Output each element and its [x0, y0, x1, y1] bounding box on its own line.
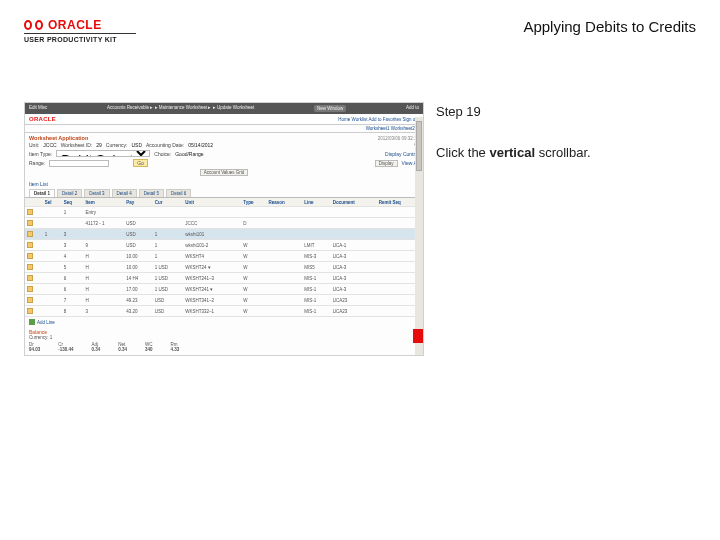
row-icon[interactable] — [27, 231, 33, 237]
plus-icon — [29, 319, 35, 325]
app-screenshot: Edit Misc Accounts Receivable ▸ ▸ Mainte… — [24, 102, 424, 356]
currency-value: USD — [131, 142, 142, 148]
choice-label: Choice: — [154, 151, 171, 157]
row-icon[interactable] — [27, 242, 33, 248]
page-title: Applying Debits to Credits — [523, 18, 696, 35]
col-header: Pay — [124, 198, 152, 207]
detail-tab[interactable]: Detail 2 — [57, 189, 82, 197]
detail-tab[interactable]: Detail 3 — [84, 189, 109, 197]
col-header — [25, 198, 43, 207]
row-icon[interactable] — [27, 308, 33, 314]
instruction-panel: Step 19 Click the vertical scrollbar. — [436, 102, 696, 356]
row-icon[interactable] — [27, 275, 33, 281]
item-list-heading: Item List — [29, 181, 48, 187]
worksheet-id-value: 29 — [96, 142, 102, 148]
add-line-button[interactable]: Add Line — [25, 317, 423, 327]
balance-cell: Cr-130.44 — [58, 342, 73, 352]
table-row[interactable]: 5H10.001 USDWKSHT24 ▾WMIS5UCA-3 — [25, 262, 423, 273]
instruction-text: Click the vertical scrollbar. — [436, 143, 696, 164]
table-row[interactable]: 7H49.23USDWKSHT341–2WMIS-1UCA23 — [25, 295, 423, 306]
col-header: Sel — [43, 198, 62, 207]
step-label: Step 19 — [436, 102, 696, 123]
app-brand: ORACLE — [29, 116, 56, 122]
section-title: Worksheet Application — [29, 135, 88, 141]
scrollbar-highlight[interactable] — [413, 329, 423, 343]
go-button[interactable]: Go — [133, 159, 148, 167]
balance-grid: Dr94.03Cr-130.44Adj0.34Net0.34WC340Rm4.3… — [29, 340, 419, 354]
row-icon[interactable] — [27, 264, 33, 270]
acct-date-label: Accounting Date: — [146, 142, 184, 148]
range-input[interactable] — [49, 160, 109, 167]
worksheet-id-label: Worksheet ID: — [61, 142, 93, 148]
row-icon[interactable] — [27, 220, 33, 226]
timestamp: 2012/03/06 09:32:17 — [378, 136, 419, 141]
col-header: Cur — [153, 198, 184, 207]
row-icon[interactable] — [27, 286, 33, 292]
unit-value: JCCC — [43, 142, 56, 148]
acct-date-value: 05/14/2012 — [188, 142, 213, 148]
oracle-logo: ORACLE — [24, 18, 136, 32]
col-header: Unit — [183, 198, 241, 207]
detail-tabbar: Detail 1Detail 2Detail 3Detail 4Detail 5… — [25, 187, 423, 198]
table-row[interactable]: 6H17.001 USDWKSHT241 ▾WMIS-1UCA-3 — [25, 284, 423, 295]
worksheet-tabs[interactable]: Worksheet1 Worksheet2 ▾ — [25, 125, 423, 133]
account-values-button[interactable]: Account Values Grid — [200, 169, 249, 176]
vertical-scrollbar[interactable] — [415, 117, 423, 355]
row-icon[interactable] — [27, 253, 33, 259]
detail-tab[interactable]: Detail 5 — [139, 189, 164, 197]
col-header: Reason — [266, 198, 302, 207]
app-topbar: Edit Misc Accounts Receivable ▸ ▸ Mainte… — [25, 103, 423, 114]
unit-label: Unit: — [29, 142, 39, 148]
col-header: Line — [302, 198, 330, 207]
brand-block: ORACLE USER PRODUCTIVITY KIT — [24, 18, 136, 43]
col-header: Type — [241, 198, 266, 207]
table-row[interactable]: 39USD1wksht101-2WLMITUCA-1 — [25, 240, 423, 251]
currency-label: Currency: — [106, 142, 128, 148]
range-label: Range: — [29, 160, 45, 166]
breadcrumb: Accounts Receivable ▸ ▸ Maintenance Work… — [107, 105, 254, 112]
table-row[interactable]: 1Entry — [25, 207, 423, 218]
item-table: SelSeqItemPayCurUnitTypeReasonLineDocume… — [25, 198, 423, 317]
choice-value: Good/Range — [175, 151, 203, 157]
topbar-right: Add to — [406, 105, 419, 112]
row-icon[interactable] — [27, 209, 33, 215]
balance-cell: Net0.34 — [118, 342, 127, 352]
upk-subtitle: USER PRODUCTIVITY KIT — [24, 36, 136, 43]
item-type-label: Item Type: — [29, 151, 52, 157]
display-button[interactable]: Display — [375, 160, 398, 167]
balance-cell: Dr94.03 — [29, 342, 40, 352]
item-type-select[interactable]: Debit Select — [56, 150, 150, 157]
header-links[interactable]: Home Worklist Add to Favorites Sign out — [338, 117, 419, 122]
topbar-left: Edit Misc — [29, 105, 47, 112]
col-header: Document — [331, 198, 377, 207]
new-window-button[interactable]: New Window — [314, 105, 346, 112]
table-row[interactable]: 41172 - 1USDJCCCD — [25, 218, 423, 229]
detail-tab[interactable]: Detail 1 — [29, 189, 55, 197]
table-row[interactable]: 13USD1wksht101 — [25, 229, 423, 240]
display-control-link[interactable]: Display Control — [385, 151, 419, 157]
balance-cell: Adj0.34 — [92, 342, 101, 352]
balance-cell: WC340 — [145, 342, 153, 352]
table-row[interactable]: 6H14 H41 USDWKSHT241–3WMIS-1UCA-3 — [25, 273, 423, 284]
balance-cell: Rm4.33 — [171, 342, 180, 352]
scrollbar-thumb[interactable] — [416, 121, 422, 171]
detail-tab[interactable]: Detail 4 — [112, 189, 137, 197]
col-header: Item — [84, 198, 125, 207]
detail-tab[interactable]: Detail 6 — [166, 189, 191, 197]
table-row[interactable]: 8343.20USDWKSHT332–1WMIS-1UCA23 — [25, 306, 423, 317]
table-row[interactable]: 4H10.001WKSHT4WMIS-3UCA-3 — [25, 251, 423, 262]
row-icon[interactable] — [27, 297, 33, 303]
col-header: Seq — [62, 198, 84, 207]
